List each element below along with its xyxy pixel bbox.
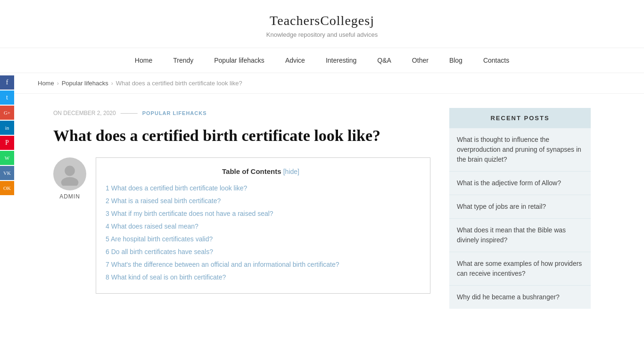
- nav-item-popular-lifehacks[interactable]: Popular lifehacks: [204, 48, 275, 73]
- breadcrumb-sep2: ›: [111, 80, 113, 87]
- pinterest-share-button[interactable]: P: [0, 136, 14, 150]
- toc-item[interactable]: 8 What kind of seal is on birth certific…: [106, 271, 416, 284]
- toc-item[interactable]: 2 What is a raised seal birth certificat…: [106, 195, 416, 207]
- toc-title: Table of Contents [hide]: [106, 167, 416, 175]
- site-header: TeachersCollegesj Knowledge repository a…: [0, 0, 644, 48]
- nav-item-q&a[interactable]: Q&A: [367, 48, 402, 73]
- article-title: What does a certified birth certificate …: [53, 125, 430, 146]
- toc-item[interactable]: 4 What does raised seal mean?: [106, 220, 416, 233]
- article-meta: ON DECEMBER 2, 2020 —— POPULAR LIFEHACKS: [53, 108, 430, 118]
- nav-item-advice[interactable]: Advice: [275, 48, 315, 73]
- author-name: ADMIN: [53, 193, 86, 200]
- site-title: TeachersCollegesj: [9, 13, 635, 28]
- table-of-contents: Table of Contents [hide] 1 What does a c…: [96, 157, 430, 294]
- toc-item[interactable]: 1 What does a certified birth certificat…: [106, 182, 416, 195]
- social-sidebar: f t G+ in P W VK OK: [0, 75, 14, 195]
- recent-posts-list: What is thought to influence the overpro…: [449, 128, 591, 309]
- main-container: ON DECEMBER 2, 2020 —— POPULAR LIFEHACKS…: [16, 94, 628, 323]
- vk-share-button[interactable]: VK: [0, 166, 14, 180]
- breadcrumb-home[interactable]: Home: [38, 80, 54, 87]
- breadcrumb-section[interactable]: Popular lifehacks: [62, 80, 108, 87]
- nav-item-contacts[interactable]: Contacts: [473, 48, 520, 73]
- ok-share-button[interactable]: OK: [0, 181, 14, 195]
- sidebar: RECENT POSTS What is thought to influenc…: [449, 108, 591, 309]
- recent-post-item[interactable]: What does it mean that the Bible was div…: [449, 219, 591, 252]
- recent-post-item[interactable]: What is thought to influence the overpro…: [449, 128, 591, 172]
- toc-item[interactable]: 3 What if my birth certificate does not …: [106, 207, 416, 220]
- article-area: ON DECEMBER 2, 2020 —— POPULAR LIFEHACKS…: [53, 108, 430, 309]
- nav-item-home[interactable]: Home: [124, 48, 163, 73]
- author-area: ADMIN Table of Contents [hide] 1 What do…: [53, 157, 430, 294]
- avatar-icon: [58, 162, 82, 186]
- toc-list: 1 What does a certified birth certificat…: [106, 182, 416, 284]
- nav-item-blog[interactable]: Blog: [439, 48, 473, 73]
- recent-post-item[interactable]: What type of jobs are in retail?: [449, 195, 591, 219]
- nav-item-other[interactable]: Other: [402, 48, 439, 73]
- recent-post-item[interactable]: What are some examples of how providers …: [449, 252, 591, 286]
- article-category[interactable]: POPULAR LIFEHACKS: [142, 110, 207, 116]
- toc-item[interactable]: 7 What's the difference between an offic…: [106, 258, 416, 271]
- nav-item-trendy[interactable]: Trendy: [163, 48, 204, 73]
- twitter-share-button[interactable]: t: [0, 90, 14, 105]
- main-nav: HomeTrendyPopular lifehacksAdviceInteres…: [0, 48, 644, 73]
- breadcrumb: Home › Popular lifehacks › What does a c…: [0, 73, 644, 94]
- svg-point-0: [65, 166, 75, 176]
- recent-post-item[interactable]: Why did he became a bushranger?: [449, 286, 591, 309]
- nav-item-interesting[interactable]: Interesting: [315, 48, 367, 73]
- facebook-share-button[interactable]: f: [0, 75, 14, 90]
- article-date: ON DECEMBER 2, 2020: [53, 110, 116, 116]
- toc-item[interactable]: 5 Are hospital birth certificates valid?: [106, 233, 416, 246]
- breadcrumb-sep1: ›: [57, 80, 59, 87]
- whatsapp-share-button[interactable]: W: [0, 151, 14, 165]
- meta-separator: ——: [121, 108, 138, 118]
- recent-posts-box: RECENT POSTS What is thought to influenc…: [449, 108, 591, 309]
- toc-item[interactable]: 6 Do all birth certificates have seals?: [106, 246, 416, 258]
- toc-hide-link[interactable]: [hide]: [283, 168, 299, 175]
- breadcrumb-current: What does a certified birth certificate …: [116, 80, 242, 87]
- linkedin-share-button[interactable]: in: [0, 121, 14, 135]
- googleplus-share-button[interactable]: G+: [0, 106, 14, 120]
- nav-inner: HomeTrendyPopular lifehacksAdviceInteres…: [0, 48, 644, 73]
- author-avatar: [53, 157, 86, 190]
- svg-point-1: [61, 177, 79, 186]
- site-subtitle: Knowledge repository and useful advices: [9, 31, 635, 38]
- recent-posts-title: RECENT POSTS: [449, 108, 591, 128]
- recent-post-item[interactable]: What is the adjective form of Allow?: [449, 172, 591, 195]
